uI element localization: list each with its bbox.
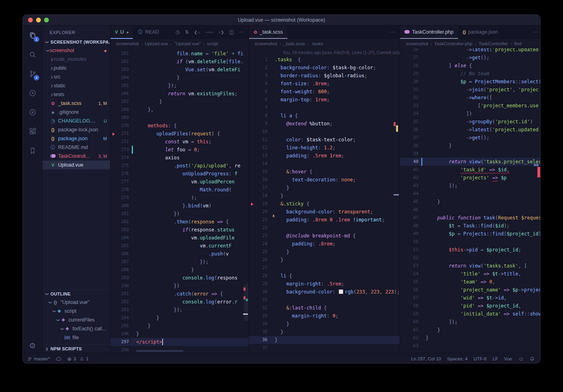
more-actions-icon[interactable]: ⋯: [533, 29, 538, 35]
sidebar-item-screenshot[interactable]: ❯screenshot●: [42, 46, 110, 55]
line-number[interactable]: 62: [400, 334, 418, 342]
breadcrumb-item[interactable]: _task.scss: [284, 41, 305, 46]
line-number[interactable]: 37: [249, 344, 267, 352]
code-line[interactable]: 273 let foo = 0;: [111, 146, 249, 154]
code-line[interactable]: 44: [400, 190, 541, 198]
breadcrumb[interactable]: screenshot›TaskController.php›TaskContro…: [400, 39, 541, 48]
sync-button[interactable]: [56, 356, 62, 361]
code-line[interactable]: 10: [249, 128, 400, 136]
code-line[interactable]: 28 } else {: [400, 62, 541, 70]
line-number[interactable]: 288: [111, 266, 129, 274]
code-line[interactable]: 34 }: [249, 320, 400, 328]
line-number[interactable]: 13: [249, 152, 267, 160]
line-number[interactable]: 283: [111, 226, 129, 234]
line-number[interactable]: 285: [111, 242, 129, 250]
code-line[interactable]: 53 return view('tasks.task', [: [400, 262, 541, 270]
line-number[interactable]: 59: [400, 310, 418, 318]
sidebar-item-tests[interactable]: ❯tests: [42, 90, 110, 99]
line-number[interactable]: 278: [111, 186, 129, 194]
code-line[interactable]: 19 &.sticky {: [249, 200, 400, 208]
code-line[interactable]: 59 'initial_data' => self::show(: [400, 310, 541, 318]
line-number[interactable]: 298: [111, 346, 129, 353]
code-line[interactable]: 271 uploadFiles(request) {: [111, 130, 249, 138]
code-line[interactable]: 292 console.log(error.r: [111, 298, 249, 306]
code-line[interactable]: 62}: [400, 334, 541, 342]
breadcrumb-item[interactable]: Upload.vue: [145, 41, 168, 46]
code-line[interactable]: 291 .catch(error => {: [111, 290, 249, 298]
breadcrumb-item[interactable]: find: [514, 41, 522, 46]
line-number[interactable]: 269: [111, 114, 129, 122]
code-line[interactable]: 280 }.bind(vm): [111, 202, 249, 210]
code-line[interactable]: 23 @include breakpoint-md {: [249, 232, 400, 240]
line-number[interactable]: 23: [249, 232, 267, 240]
line-number[interactable]: 1: [249, 56, 267, 64]
problems-indicator[interactable]: ⊗ 3 ⚠ 1: [67, 356, 88, 362]
eol[interactable]: LF: [493, 356, 498, 361]
line-number[interactable]: 289: [111, 274, 129, 282]
code-line[interactable]: 9 @extend %button;: [249, 120, 400, 128]
settings-gear-icon[interactable]: ⚙: [29, 342, 36, 350]
code-line[interactable]: 29 // No team: [400, 70, 541, 78]
line-number[interactable]: 263: [111, 66, 129, 74]
change-icon[interactable]: ─○─: [205, 30, 213, 34]
code-line[interactable]: 27 ->get();: [400, 54, 541, 62]
more-actions-icon[interactable]: ⋯: [390, 29, 395, 35]
line-number[interactable]: 39: [400, 150, 418, 158]
line-number[interactable]: 57: [400, 294, 418, 302]
code-editor[interactable]: You, 18 minutes ago [scss: File(0-9), Li…: [249, 48, 400, 353]
branch-indicator[interactable]: master*: [28, 356, 50, 362]
code-line[interactable]: 31: [249, 296, 400, 304]
code-line[interactable]: 27: [249, 264, 400, 272]
tab-read[interactable]: ⓘREAD: [133, 26, 164, 38]
line-number[interactable]: 279: [111, 194, 129, 202]
code-line[interactable]: 32 ->where([: [400, 94, 541, 102]
code-line[interactable]: 4 font-size: .8rem;: [249, 80, 400, 88]
code-line[interactable]: 38 }: [400, 142, 541, 150]
code-line[interactable]: 264 }: [111, 74, 249, 82]
line-number[interactable]: 7: [249, 104, 267, 112]
line-number[interactable]: 6: [249, 96, 267, 104]
breadcrumb-item[interactable]: screenshot: [116, 41, 139, 46]
line-number[interactable]: 264: [111, 74, 129, 82]
line-number[interactable]: 277: [111, 178, 129, 186]
sidebar-item--task-scss[interactable]: ✿_task.scss1, M: [42, 99, 110, 108]
code-line[interactable]: 2 background-color: $task-bg-color;: [249, 64, 400, 72]
line-number[interactable]: 44: [400, 190, 418, 198]
line-number[interactable]: 297: [111, 338, 129, 346]
cursor-position[interactable]: Ln 297, Col 10: [411, 356, 441, 361]
line-number[interactable]: 50: [400, 238, 418, 246]
outline-item--upload-vue-[interactable]: ❯{}"Upload.vue": [42, 298, 110, 307]
split-editor-icon[interactable]: ◫: [229, 29, 234, 35]
code-line[interactable]: 34 ]): [400, 110, 541, 118]
code-line[interactable]: 26 }: [249, 256, 400, 264]
line-number[interactable]: 18: [249, 192, 267, 200]
line-number[interactable]: 15: [249, 168, 267, 176]
code-line[interactable]: 16 text-decoration: none;: [249, 176, 400, 184]
notifications-bell-icon[interactable]: [530, 356, 535, 362]
outline-item-fil[interactable]: [@]fil: [42, 342, 110, 344]
line-number[interactable]: 36: [400, 126, 418, 134]
line-number[interactable]: 276: [111, 170, 129, 178]
line-number[interactable]: 14: [249, 160, 267, 168]
breadcrumb-item[interactable]: script: [207, 41, 218, 46]
code-line[interactable]: 61 }: [400, 326, 541, 334]
npm-scripts-header[interactable]: ❯ NPM SCRIPTS: [42, 344, 110, 353]
feedback-smiley-icon[interactable]: ☺: [518, 356, 524, 362]
code-line[interactable]: 266 return vm.existingFiles;: [111, 90, 249, 98]
activity-run-debug-icon[interactable]: [23, 83, 42, 103]
code-line[interactable]: 8 li a {: [249, 112, 400, 120]
code-line[interactable]: 282 .then(response => {: [111, 218, 249, 226]
code-line[interactable]: 50: [400, 238, 541, 246]
line-number[interactable]: 31: [249, 296, 267, 304]
line-number[interactable]: 26: [249, 256, 267, 264]
line-number[interactable]: 33: [249, 312, 267, 320]
sidebar-item-package-lock-json[interactable]: {}package-lock.json: [42, 125, 110, 134]
workspace-section-header[interactable]: ❯ SCREENSHOT (WORKSPA...: [42, 38, 110, 46]
line-number[interactable]: 2: [249, 64, 267, 72]
line-number[interactable]: 282: [111, 218, 129, 226]
sidebar-item-static[interactable]: ❯static: [42, 81, 110, 90]
line-number[interactable]: 296: [111, 330, 129, 338]
breadcrumb-item[interactable]: "Upload.vue": [174, 41, 201, 46]
code-line[interactable]: 49 $p = Projects::find($project_id);: [400, 230, 541, 238]
code-line[interactable]: 24 padding: .8rem;: [249, 240, 400, 248]
